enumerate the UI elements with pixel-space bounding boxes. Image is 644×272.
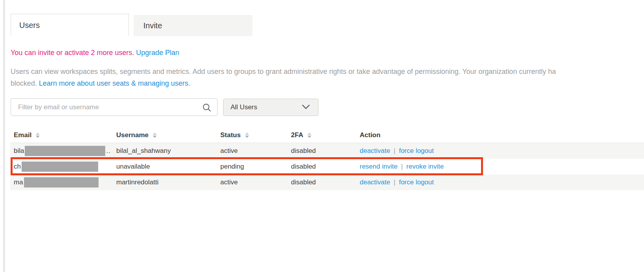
action-separator: | — [401, 163, 402, 170]
header-2fa: 2FA — [291, 131, 303, 139]
plan-limit-message: You can invite or activate 2 more users. — [11, 49, 134, 57]
tab-users-label: Users — [19, 21, 40, 30]
twofa-cell: disabled — [291, 147, 360, 155]
email-redaction-box — [22, 162, 98, 172]
email-cell: bila .. — [10, 146, 116, 156]
action-cell: deactivate|force logout — [360, 178, 644, 186]
sort-username-icon[interactable] — [153, 132, 157, 138]
revoke-invite-link[interactable]: revoke invite — [406, 163, 444, 170]
email-cell: ch — [10, 162, 116, 172]
tab-invite[interactable]: Invite — [134, 15, 252, 36]
upgrade-plan-link[interactable]: Upgrade Plan — [136, 49, 179, 57]
twofa-cell: disabled — [291, 163, 360, 171]
users-table-header: Email Username Status 2FA Action — [10, 128, 644, 143]
email-prefix: ch — [14, 163, 21, 171]
table-row: ma martinredolatti active disabled deact… — [10, 175, 644, 190]
learn-more-link[interactable]: Learn more about user seats & managing u… — [39, 79, 190, 87]
email-suffix: .. — [106, 147, 110, 155]
tab-users[interactable]: Users — [11, 14, 129, 36]
user-filter-dropdown-value: All Users — [231, 103, 257, 111]
chevron-down-icon — [302, 103, 310, 111]
email-prefix: ma — [14, 178, 23, 186]
plan-limit-banner: You can invite or activate 2 more users.… — [11, 49, 179, 57]
users-table: Email Username Status 2FA Action bila — [10, 128, 644, 190]
table-row-highlighted: ch unavailable pending disabled resend i… — [10, 159, 644, 175]
users-description-line2-prefix: blocked. — [11, 79, 39, 87]
user-filter-dropdown[interactable]: All Users — [223, 99, 318, 116]
username-cell: bilal_al_shahwany — [116, 147, 220, 155]
action-separator: | — [394, 147, 395, 154]
status-cell: pending — [220, 163, 291, 171]
email-prefix: bila — [14, 147, 24, 155]
table-row: bila .. bilal_al_shahwany active disable… — [10, 143, 644, 159]
email-redaction-box — [25, 146, 105, 156]
resend-invite-link[interactable]: resend invite — [360, 163, 397, 170]
filter-field-wrapper — [11, 98, 218, 116]
header-email: Email — [14, 131, 31, 139]
username-cell: martinredolatti — [116, 178, 220, 186]
email-cell: ma — [10, 177, 116, 187]
user-management-page: Users Invite You can invite or activate … — [0, 0, 644, 272]
sort-status-icon[interactable] — [245, 132, 249, 138]
search-icon[interactable] — [202, 103, 212, 114]
header-username: Username — [116, 131, 148, 139]
username-cell: unavailable — [116, 163, 220, 171]
deactivate-link[interactable]: deactivate — [360, 147, 390, 154]
deactivate-link[interactable]: deactivate — [360, 178, 390, 186]
force-logout-link[interactable]: force logout — [399, 147, 434, 154]
email-redaction-box — [24, 177, 99, 187]
action-cell: resend invite|revoke invite — [360, 163, 644, 171]
status-cell: active — [220, 147, 291, 155]
header-action: Action — [360, 131, 381, 139]
tab-invite-label: Invite — [143, 21, 162, 30]
action-separator: | — [394, 178, 395, 186]
sort-2fa-icon[interactable] — [307, 132, 311, 138]
twofa-cell: disabled — [291, 178, 360, 186]
header-status: Status — [220, 131, 241, 139]
page-scrollbar-track — [3, 0, 5, 272]
filter-input[interactable] — [11, 99, 217, 116]
users-description: Users can view workspaces splits, segmen… — [11, 66, 644, 89]
action-cell: deactivate|force logout — [360, 147, 644, 155]
sort-email-icon[interactable] — [36, 132, 40, 138]
status-cell: active — [220, 178, 291, 186]
users-description-line1: Users can view workspaces splits, segmen… — [11, 66, 644, 77]
force-logout-link[interactable]: force logout — [399, 178, 434, 186]
